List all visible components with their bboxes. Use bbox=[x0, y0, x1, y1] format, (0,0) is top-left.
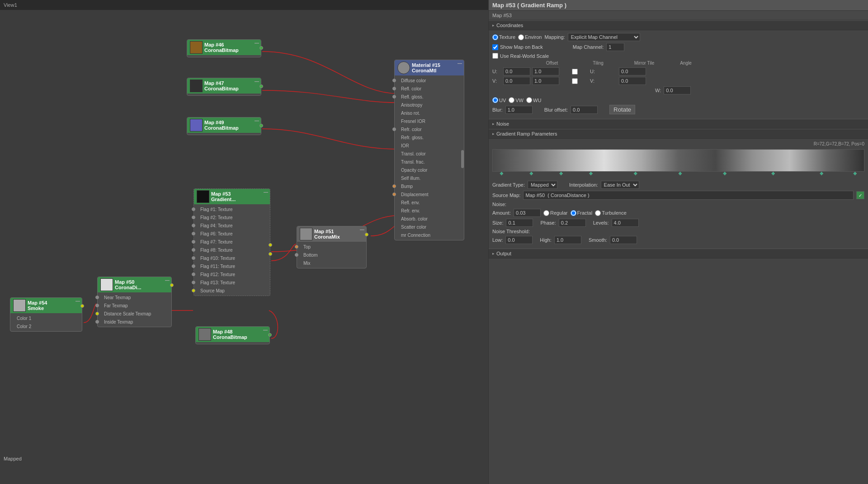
node-map48-close[interactable]: — bbox=[263, 328, 268, 333]
mirror-header: Mirror Tile bbox=[622, 61, 667, 66]
mapping-select[interactable]: Explicit Map Channel bbox=[568, 33, 640, 41]
port-flag4: Flag #4: Texture bbox=[194, 221, 270, 230]
node-map50-close[interactable]: — bbox=[165, 278, 170, 283]
texture-radio[interactable] bbox=[492, 34, 498, 40]
low-input[interactable] bbox=[505, 236, 533, 244]
size-input[interactable] bbox=[506, 219, 533, 227]
interpolation-select[interactable]: Ease In Out bbox=[601, 181, 639, 189]
node-map51-close[interactable]: — bbox=[360, 227, 364, 232]
uv-radio[interactable] bbox=[492, 97, 498, 103]
show-map-checkbox[interactable] bbox=[492, 44, 498, 50]
node-map47-close[interactable]: — bbox=[255, 79, 259, 84]
node-map47[interactable]: Map #47 CoronaBitmap — bbox=[187, 78, 261, 96]
node-map48-id: Map #48 bbox=[213, 329, 247, 334]
node-map46-output[interactable] bbox=[259, 46, 263, 50]
node-material15[interactable]: Material #15 CoronaMtl — Diffuse color R… bbox=[394, 60, 464, 240]
v-label: V: bbox=[492, 78, 501, 84]
fractal-radio[interactable] bbox=[571, 210, 576, 216]
source-map-check-btn[interactable]: ✓ bbox=[856, 191, 864, 199]
use-real-world-checkbox[interactable] bbox=[492, 53, 498, 59]
map-channel-label: Map Channel: bbox=[573, 44, 604, 50]
stop-1[interactable] bbox=[500, 172, 503, 175]
use-real-world-item[interactable]: Use Real-World Scale bbox=[492, 53, 549, 59]
node-map47-output[interactable] bbox=[259, 85, 263, 88]
node-map48-output[interactable] bbox=[268, 333, 272, 337]
environ-radio-item[interactable]: Environ bbox=[518, 34, 542, 40]
smooth-input[interactable] bbox=[610, 236, 637, 244]
map-channel-input[interactable] bbox=[606, 43, 624, 51]
node-material15-close[interactable]: — bbox=[458, 61, 462, 66]
fractal-item[interactable]: Fractal bbox=[571, 210, 593, 216]
uv-radio-item[interactable]: UV bbox=[492, 97, 506, 103]
environ-radio[interactable] bbox=[518, 34, 524, 40]
w-angle-input[interactable] bbox=[664, 86, 691, 94]
node-canvas: Map #46 CoronaBitmap — Map #47 CoronaBit… bbox=[0, 10, 488, 484]
node-map49[interactable]: Map #49 CoronaBitmap — bbox=[187, 117, 261, 135]
u-tiling-input[interactable] bbox=[532, 67, 559, 75]
node-map54-output[interactable] bbox=[80, 304, 84, 308]
regular-radio[interactable] bbox=[543, 210, 549, 216]
stop-3[interactable] bbox=[559, 172, 563, 175]
node-map51-output[interactable] bbox=[365, 233, 368, 236]
node-map49-output[interactable] bbox=[259, 124, 263, 127]
node-map53-output[interactable] bbox=[269, 243, 272, 247]
turbulence-radio[interactable] bbox=[595, 210, 601, 216]
section-noise[interactable]: Noise bbox=[489, 119, 868, 129]
gradient-ramp-container[interactable] bbox=[492, 149, 864, 178]
node-map46[interactable]: Map #46 CoronaBitmap — bbox=[187, 39, 261, 57]
blur-input[interactable] bbox=[505, 106, 533, 114]
port-flag13: Flag #13: Texture bbox=[194, 278, 270, 287]
turbulence-item[interactable]: Turbulence bbox=[595, 210, 627, 216]
amount-input[interactable] bbox=[514, 209, 541, 217]
node-map51[interactable]: Map #51 CoronaMix — Top Bottom Mix bbox=[297, 226, 367, 268]
section-output[interactable]: Output bbox=[489, 249, 868, 258]
blur-offset-input[interactable] bbox=[571, 106, 598, 114]
v-tiling-input[interactable] bbox=[532, 77, 559, 85]
node-map50-output[interactable] bbox=[170, 283, 174, 287]
wu-radio-item[interactable]: WU bbox=[526, 97, 541, 103]
titlebar-label: View1 bbox=[4, 2, 17, 8]
smooth-label: Smooth: bbox=[589, 237, 607, 243]
source-map-input[interactable] bbox=[523, 191, 854, 200]
u-mirror-checkbox[interactable] bbox=[572, 69, 578, 75]
stop-5[interactable] bbox=[634, 172, 637, 175]
node-map53[interactable]: Map #53 Gradient... — Flag #1: Texture F… bbox=[193, 188, 270, 296]
gradient-bar[interactable] bbox=[492, 149, 864, 172]
stop-10[interactable] bbox=[853, 172, 857, 175]
u-angle-input[interactable] bbox=[619, 67, 646, 75]
panel-subtitle: Map #53 bbox=[489, 11, 868, 20]
stop-6[interactable] bbox=[679, 172, 682, 175]
section-coordinates[interactable]: Coordinates bbox=[489, 20, 868, 30]
stop-9[interactable] bbox=[820, 172, 823, 175]
node-map53-output2[interactable] bbox=[269, 252, 272, 256]
u-offset-input[interactable] bbox=[503, 67, 530, 75]
phase-input[interactable] bbox=[559, 219, 586, 227]
port-far-texmap: Far Texmap bbox=[98, 301, 171, 310]
stop-8[interactable] bbox=[771, 172, 775, 175]
stop-2[interactable] bbox=[529, 172, 533, 175]
levels-input[interactable] bbox=[612, 219, 639, 227]
node-map53-close[interactable]: — bbox=[264, 190, 268, 195]
v-offset-input[interactable] bbox=[503, 77, 530, 85]
node-map49-close[interactable]: — bbox=[255, 118, 259, 123]
show-map-checkbox-item[interactable]: Show Map on Back bbox=[492, 44, 543, 50]
node-map48[interactable]: Map #48 CoronaBitmap — bbox=[195, 326, 270, 344]
v-mirror-checkbox[interactable] bbox=[572, 78, 578, 84]
port-refr-color: Refr. color bbox=[395, 125, 464, 133]
stop-7[interactable] bbox=[723, 172, 726, 175]
node-map50[interactable]: Map #50 CoronaDi... — Near Texmap Far Te… bbox=[97, 277, 172, 327]
vw-radio-item[interactable]: VW bbox=[509, 97, 524, 103]
gradient-type-select[interactable]: Mapped bbox=[528, 181, 557, 189]
node-map46-close[interactable]: — bbox=[255, 41, 259, 46]
node-map54-close[interactable]: — bbox=[75, 299, 80, 304]
section-gradient-ramp[interactable]: Gradient Ramp Parameters bbox=[489, 129, 868, 139]
texture-radio-item[interactable]: Texture bbox=[492, 34, 515, 40]
wu-radio[interactable] bbox=[526, 97, 532, 103]
rotate-button[interactable]: Rotate bbox=[609, 105, 635, 114]
regular-item[interactable]: Regular bbox=[543, 210, 568, 216]
stop-4[interactable] bbox=[589, 172, 593, 175]
high-input[interactable] bbox=[554, 236, 581, 244]
vw-radio[interactable] bbox=[509, 97, 514, 103]
v-angle-input[interactable] bbox=[619, 77, 646, 85]
node-map54[interactable]: Map #54 Smoke — Color 1 Color 2 bbox=[10, 297, 82, 332]
